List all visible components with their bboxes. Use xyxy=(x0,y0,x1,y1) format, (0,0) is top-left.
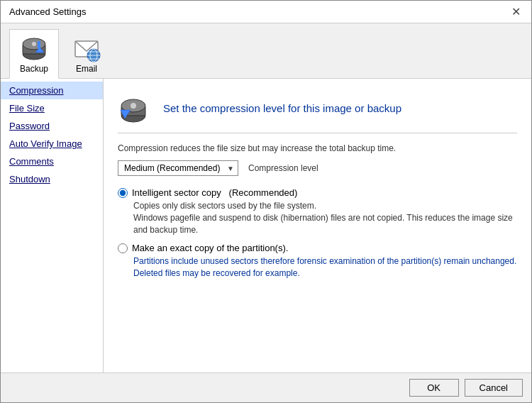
radio-desc-intelligent: Copies only disk sectors used by the fil… xyxy=(133,200,517,236)
compression-row: Medium (Recommended) None Low High ▼ Com… xyxy=(118,160,517,176)
dialog-title: Advanced Settings xyxy=(9,6,86,17)
sidebar-item-auto-verify[interactable]: Auto Verify Image xyxy=(1,135,103,153)
compression-select[interactable]: Medium (Recommended) None Low High xyxy=(118,160,238,176)
sidebar-item-comments[interactable]: Comments xyxy=(1,153,103,170)
close-button[interactable]: ✕ xyxy=(509,5,523,19)
footer: OK Cancel xyxy=(1,372,531,402)
radio-option-intelligent: Intelligent sector copy (Recommended) Co… xyxy=(118,187,517,236)
title-bar: Advanced Settings ✕ xyxy=(1,1,531,23)
compression-description: Compression reduces the file size but ma… xyxy=(118,143,517,153)
tab-email-label: Email xyxy=(76,64,97,74)
tabs-row: Backup Email xyxy=(1,23,531,79)
sidebar-item-password[interactable]: Password xyxy=(1,117,103,135)
tab-backup[interactable]: Backup xyxy=(9,29,59,79)
radio-option-exact: Make an exact copy of the partition(s). … xyxy=(118,243,517,280)
svg-rect-5 xyxy=(38,41,40,48)
radio-label-exact[interactable]: Make an exact copy of the partition(s). xyxy=(132,243,288,253)
radio-exact[interactable] xyxy=(118,243,128,253)
radio-label-row-exact: Make an exact copy of the partition(s). xyxy=(118,243,517,253)
svg-point-3 xyxy=(32,42,36,46)
main-content: Compression File Size Password Auto Veri… xyxy=(1,79,531,372)
panel-header: Set the compression level for this image… xyxy=(118,90,517,126)
advanced-settings-dialog: Advanced Settings ✕ Backup xyxy=(0,0,532,403)
sidebar-item-compression[interactable]: Compression xyxy=(1,82,103,99)
compression-level-label: Compression level xyxy=(248,163,318,173)
radio-label-row-intelligent: Intelligent sector copy (Recommended) xyxy=(118,187,517,198)
panel-divider xyxy=(118,133,517,133)
radio-group: Intelligent sector copy (Recommended) Co… xyxy=(118,187,517,280)
radio-intelligent[interactable] xyxy=(118,188,128,198)
panel-content: Set the compression level for this image… xyxy=(104,79,531,372)
sidebar-item-file-size[interactable]: File Size xyxy=(1,99,103,117)
tab-backup-label: Backup xyxy=(20,64,48,74)
radio-recommended-text: (Recommended) xyxy=(229,187,298,198)
ok-button[interactable]: OK xyxy=(409,379,459,397)
email-tab-icon xyxy=(72,34,101,62)
cancel-button[interactable]: Cancel xyxy=(465,379,523,397)
svg-point-15 xyxy=(131,103,136,109)
backup-tab-icon xyxy=(20,34,48,62)
sidebar: Compression File Size Password Auto Veri… xyxy=(1,79,104,372)
panel-header-icon xyxy=(118,90,153,126)
sidebar-item-shutdown[interactable]: Shutdown xyxy=(1,170,103,188)
radio-desc-exact: Partitions include unused sectors theref… xyxy=(133,255,517,280)
panel-header-title: Set the compression level for this image… xyxy=(163,102,401,114)
radio-label-intelligent[interactable]: Intelligent sector copy (Recommended) xyxy=(132,187,297,198)
tab-email[interactable]: Email xyxy=(62,29,111,78)
compression-select-wrapper: Medium (Recommended) None Low High ▼ xyxy=(118,160,238,176)
